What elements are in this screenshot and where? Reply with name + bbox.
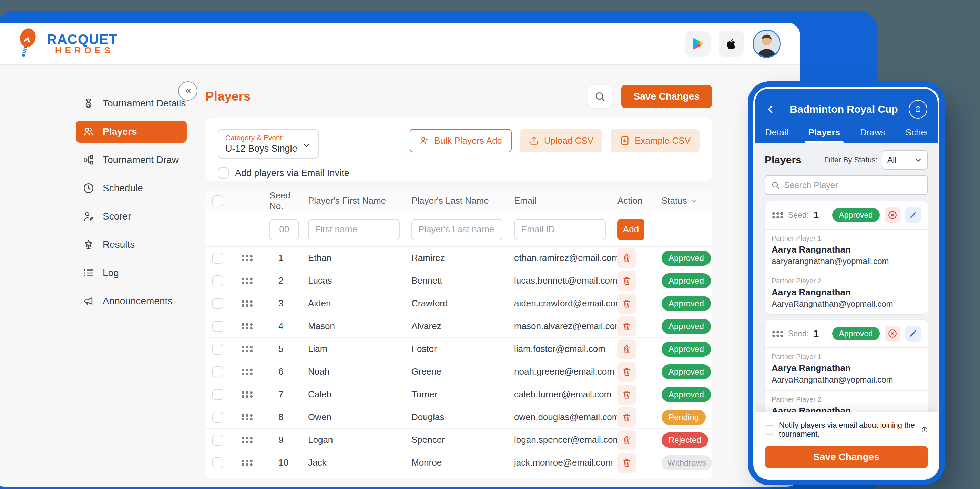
sidebar-item-label: Players	[103, 126, 137, 137]
player-card: Seed: 1 Approved	[765, 201, 928, 314]
filter-status-select[interactable]: All	[882, 150, 928, 170]
sidebar-item-label: Tournament Details	[103, 98, 186, 109]
info-icon	[921, 425, 928, 434]
email-invite-checkbox[interactable]	[218, 167, 229, 178]
tab-draws[interactable]: Draws	[860, 127, 886, 143]
drag-handle-icon[interactable]	[241, 414, 253, 421]
panel-save-changes-button[interactable]: Save Changes	[765, 446, 928, 468]
search-button[interactable]	[588, 85, 612, 108]
row-checkbox[interactable]	[212, 457, 223, 468]
trash-icon	[622, 435, 632, 445]
drag-handle-icon[interactable]	[772, 212, 783, 219]
sidebar-item-tournament-details[interactable]: Tournament Details	[76, 92, 187, 115]
last-name-input[interactable]	[411, 219, 503, 240]
sidebar-item-schedule[interactable]: Schedule	[76, 177, 187, 199]
row-checkbox[interactable]	[212, 389, 223, 400]
sidebar-item-results[interactable]: Results	[76, 234, 187, 256]
status-badge: Rejected	[662, 432, 708, 448]
delete-row-button[interactable]	[617, 339, 636, 359]
sidebar-item-label: Scorer	[103, 211, 131, 222]
row-checkbox[interactable]	[212, 321, 223, 332]
category-event-select[interactable]: Category & Event: U-12 Boys Single	[218, 129, 319, 159]
cell-seed: 8	[263, 406, 302, 428]
share-icon	[913, 104, 923, 114]
tab-players[interactable]: Players	[808, 127, 840, 143]
partner-block: Partner Player 1 Aarya Rangnathan AaryaR…	[765, 348, 928, 390]
delete-row-button[interactable]	[617, 407, 636, 427]
row-checkbox[interactable]	[212, 298, 223, 309]
log-icon	[83, 267, 94, 279]
row-checkbox[interactable]	[212, 344, 223, 355]
edit-player-button[interactable]	[905, 326, 921, 341]
partner-block: Partner Player 2 Aarya Rangnathan AaryaR…	[765, 272, 928, 314]
drag-handle-icon[interactable]	[772, 330, 783, 338]
drag-handle-icon[interactable]	[241, 368, 253, 375]
upload-csv-button[interactable]: Upload CSV	[520, 129, 602, 152]
drag-handle-icon[interactable]	[241, 277, 253, 284]
delete-row-button[interactable]	[617, 430, 636, 450]
save-changes-button[interactable]: Save Changes	[621, 85, 712, 108]
sidebar-item-tournament-draw[interactable]: Tournament Draw	[76, 149, 187, 171]
drag-handle-icon[interactable]	[241, 459, 253, 466]
tab-schedule[interactable]: Schedule	[905, 127, 927, 143]
brand-logo[interactable]: RACQUET HEROES	[14, 28, 118, 59]
player-search-input[interactable]	[784, 180, 922, 190]
share-button[interactable]	[909, 100, 927, 119]
table-row: 2 Lucas Bennett lucas.bennett@email.com	[205, 269, 712, 292]
cell-seed: 2	[263, 269, 302, 292]
panel-footer: Notify players via email about joining t…	[755, 413, 938, 478]
row-checkbox[interactable]	[212, 276, 223, 287]
drag-handle-icon[interactable]	[241, 391, 253, 398]
email-invite-label: Add players via Email Invite	[235, 168, 349, 178]
delete-row-button[interactable]	[617, 248, 636, 268]
seed-input[interactable]	[269, 219, 299, 240]
drag-handle-icon[interactable]	[241, 254, 253, 261]
drag-handle-icon[interactable]	[241, 345, 253, 352]
row-checkbox[interactable]	[212, 366, 223, 378]
delete-row-button[interactable]	[617, 294, 636, 314]
first-name-input[interactable]	[308, 219, 400, 240]
google-play-icon	[691, 37, 705, 51]
header-action: Action	[611, 190, 655, 212]
racquet-logo-icon	[14, 28, 42, 59]
sidebar-item-label: Tournament Draw	[103, 155, 179, 166]
add-player-button[interactable]: Add	[617, 219, 644, 240]
sidebar-item-announcements[interactable]: Announcements	[76, 290, 187, 312]
header-status[interactable]: Status	[655, 190, 712, 212]
back-button[interactable]	[765, 104, 779, 115]
delete-row-button[interactable]	[617, 453, 636, 473]
delete-row-button[interactable]	[617, 316, 636, 336]
drag-handle-icon[interactable]	[241, 436, 253, 443]
row-checkbox[interactable]	[212, 435, 223, 446]
delete-row-button[interactable]	[617, 362, 636, 382]
bulk-players-add-button[interactable]: Bulk Players Add	[410, 129, 512, 152]
reject-icon	[887, 210, 898, 220]
row-checkbox[interactable]	[212, 253, 223, 264]
apple-store-button[interactable]	[719, 31, 744, 57]
status-badge: Approved	[662, 387, 711, 402]
google-play-button[interactable]	[685, 31, 711, 57]
cell-first-name: Caleb	[302, 383, 405, 406]
email-input[interactable]	[514, 219, 606, 240]
drag-handle-icon[interactable]	[241, 300, 253, 307]
delete-row-button[interactable]	[617, 271, 636, 291]
sidebar-item-scorer[interactable]: Scorer	[76, 205, 187, 228]
drag-handle-icon[interactable]	[241, 323, 253, 330]
reject-player-button[interactable]	[885, 207, 900, 223]
cell-first-name: Liam	[302, 338, 405, 360]
tab-detail[interactable]: Detail	[765, 127, 788, 143]
table-row: 7 Caleb Turner caleb.turner@email.com	[205, 383, 712, 406]
user-avatar[interactable]	[752, 30, 781, 58]
sidebar-item-log[interactable]: Log	[76, 262, 187, 284]
top-bar: RACQUET HEROES	[0, 23, 800, 65]
sidebar-item-players[interactable]: Players	[76, 121, 187, 143]
row-checkbox[interactable]	[212, 412, 223, 423]
example-csv-button[interactable]: Example CSV	[611, 129, 700, 152]
reject-player-button[interactable]	[885, 326, 900, 341]
notify-checkbox[interactable]	[765, 425, 774, 435]
edit-player-button[interactable]	[905, 207, 921, 223]
partner-email: aaryarangnathan@yopmail.com	[772, 256, 921, 266]
collapse-sidebar-button[interactable]	[178, 81, 197, 100]
delete-row-button[interactable]	[617, 385, 636, 405]
select-all-checkbox[interactable]	[212, 195, 223, 206]
